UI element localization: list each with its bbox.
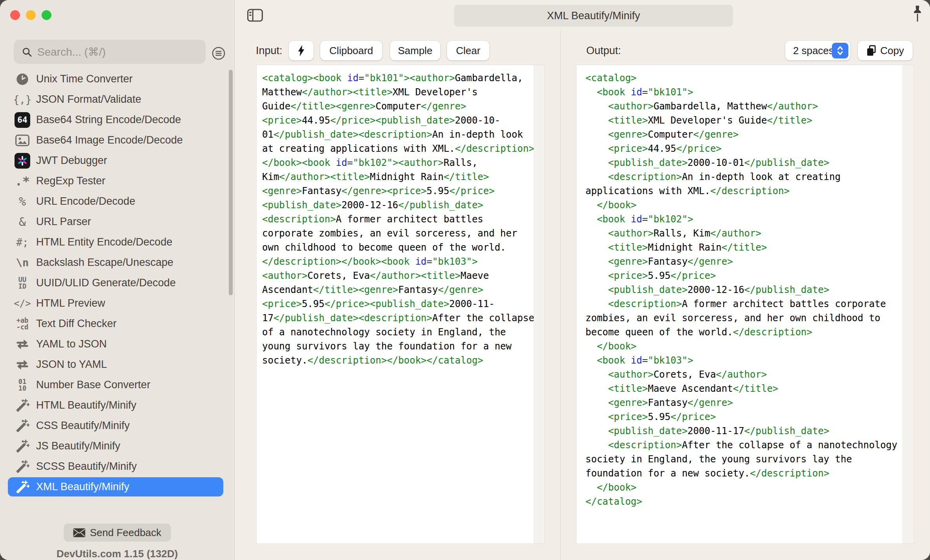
sidebar-item-jwt-debugger[interactable]: JWT Debugger (8, 151, 223, 170)
sidebar-item-label: SCSS Beautify/Minify (36, 460, 137, 473)
code-tag-icon: </> (14, 295, 31, 312)
window-title: XML Beautify/Minify (454, 5, 733, 27)
traffic-lights (10, 10, 51, 20)
code-line: <author>Corets, Eva</author> (585, 367, 903, 382)
wand-icon (14, 417, 31, 435)
sidebar-item-label: YAML to JSON (36, 338, 107, 350)
sidebar-item-html-beautify-minify[interactable]: HTML Beautify/Minify (8, 396, 223, 415)
sidebar-item-html-preview[interactable]: </>HTML Preview (8, 294, 223, 313)
sidebar-item-label: Base64 Image Encode/Decode (36, 134, 183, 146)
sidebar-item-text-diff-checker[interactable]: +ab -cdText Diff Checker (8, 314, 223, 333)
sidebar-item-xml-beautify-minify[interactable]: XML Beautify/Minify (8, 477, 223, 496)
code-line: society.</description></book></catalog> (262, 353, 534, 367)
code-line: of a nanotechnology society in England, … (262, 325, 534, 339)
sidebar-item-yaml-to-json[interactable]: YAML to JSON (8, 335, 223, 354)
sidebar-item-css-beautify-minify[interactable]: CSS Beautify/Minify (8, 416, 223, 435)
percent-icon: % (14, 193, 31, 210)
send-feedback-button[interactable]: Send Feedback (64, 524, 171, 542)
sidebar-item-backslash-escape-unescape[interactable]: \nBackslash Escape/Unescape (8, 253, 223, 272)
code-line: applications with XML.</description> (585, 184, 903, 198)
image-icon (14, 132, 31, 149)
sidebar-item-label: Backslash Escape/Unescape (36, 256, 173, 269)
sidebar-item-json-to-yaml[interactable]: JSON to YAML (8, 355, 223, 374)
sidebar-toggle-icon[interactable] (247, 9, 263, 22)
sidebar-item-unix-time-converter[interactable]: Unix Time Converter (8, 69, 223, 89)
sidebar-item-url-encode-decode[interactable]: %URL Encode/Decode (8, 192, 223, 211)
sidebar-item-json-format-validate[interactable]: {,}JSON Format/Validate (8, 90, 223, 109)
input-editor[interactable]: <catalog><book id="bk101"><author>Gambar… (256, 65, 545, 544)
sample-button[interactable]: Sample (390, 41, 440, 60)
clipboard-button[interactable]: Clipboard (320, 41, 382, 60)
sidebar-item-label: RegExp Tester (36, 175, 106, 187)
sidebar-item-base64-image-encode-decode[interactable]: Base64 Image Encode/Decode (8, 131, 223, 150)
sidebar-item-label: JSON Format/Validate (36, 93, 141, 105)
sidebar-item-number-base-converter[interactable]: 01 10Number Base Converter (8, 375, 223, 395)
html-entity-icon: #; (14, 234, 31, 251)
code-line: <description>A former architect battles … (585, 297, 903, 311)
sidebar-item-html-entity-encode-decode[interactable]: #;HTML Entity Encode/Decode (8, 233, 223, 252)
code-line: young survivors lay the foundation for a… (262, 339, 534, 353)
clock-icon (14, 71, 31, 88)
clear-button[interactable]: Clear (447, 41, 489, 60)
output-code[interactable]: <catalog> <book id="bk101"> <author>Gamb… (576, 65, 903, 544)
search-icon (22, 47, 32, 57)
clipboard-button-label: Clipboard (329, 45, 373, 57)
input-label: Input: (256, 41, 283, 60)
code-line: <genre>Fantasy</genre> (585, 255, 903, 269)
uuid-icon: UU ID (14, 275, 31, 292)
copy-icon (866, 45, 877, 56)
search-input[interactable] (36, 40, 203, 65)
wand-icon (14, 397, 31, 414)
sidebar-item-label: Number Base Converter (36, 379, 150, 391)
swap-arrows-icon (14, 336, 31, 353)
indent-select-value: 2 spaces (793, 45, 834, 57)
code-line: </book> (585, 198, 903, 212)
code-line: foundation for a new society.</descripti… (585, 466, 903, 480)
auto-detect-button[interactable] (289, 41, 314, 60)
output-editor[interactable]: <catalog> <book id="bk101"> <author>Gamb… (576, 65, 914, 544)
sidebar-item-url-parser[interactable]: &URL Parser (8, 212, 223, 231)
input-code[interactable]: <catalog><book id="bk101"><author>Gambar… (257, 65, 534, 544)
wand-icon (14, 458, 31, 475)
sidebar-item-base64-string-encode-decode[interactable]: 64Base64 String Encode/Decode (8, 110, 223, 129)
sidebar-item-scss-beautify-minify[interactable]: SCSS Beautify/Minify (8, 457, 223, 476)
swap-arrows-icon (14, 356, 31, 373)
output-editor-scroll-gutter[interactable] (903, 65, 914, 544)
pin-icon[interactable] (912, 5, 923, 25)
sidebar-item-label: HTML Beautify/Minify (36, 399, 137, 411)
code-line: <title>Maeve Ascendant</title> (585, 382, 903, 396)
code-line: <title>Midnight Rain</title> (585, 240, 903, 255)
code-line: Matthew</author><title>XML Developer's (262, 85, 534, 99)
code-line: <genre>Fantasy</genre> (585, 396, 903, 410)
code-line: <genre>Fantasy</genre><price>5.95</price… (262, 184, 534, 198)
code-line: <book id="bk101"> (585, 85, 903, 99)
minimize-window-button[interactable] (26, 10, 36, 20)
sidebar-item-label: JSON to YAML (36, 358, 107, 371)
filter-icon[interactable] (212, 46, 226, 60)
copy-button[interactable]: Copy (858, 41, 913, 60)
ampersand-icon: & (14, 213, 31, 231)
sidebar-item-regexp-tester[interactable]: .*RegExp Tester (8, 171, 223, 191)
sample-button-label: Sample (398, 45, 432, 57)
app-version: DevUtils.com 1.15 (132D) (0, 548, 234, 560)
sidebar-item-uuid-ulid-generate-decode[interactable]: UU IDUUID/ULID Generate/Decode (8, 273, 223, 293)
code-line: <price>5.95</price><publish_date>2000-11… (262, 297, 534, 311)
code-line: 01</publish_date><description>An in-dept… (262, 127, 534, 142)
sidebar-item-label: HTML Entity Encode/Decode (36, 236, 172, 248)
input-editor-scroll-gutter[interactable] (534, 65, 544, 544)
code-line: zombies, an evil sorceress, and her own … (585, 311, 903, 325)
sidebar-item-js-beautify-minify[interactable]: JS Beautify/Minify (8, 436, 223, 456)
code-line: <price>5.95</price> (585, 269, 903, 283)
close-window-button[interactable] (10, 10, 20, 20)
code-line: Kim</author><title>Midnight Rain</title> (262, 170, 534, 184)
indent-select[interactable]: 2 spaces (785, 41, 850, 60)
sidebar-item-label: JWT Debugger (36, 155, 107, 167)
code-line: 17</publish_date><description>After the … (262, 311, 534, 325)
zoom-window-button[interactable] (42, 10, 51, 20)
sidebar-item-label: UUID/ULID Generate/Decode (36, 277, 176, 289)
code-line: <publish_date>2000-12-16</publish_date> (262, 198, 534, 212)
sidebar-scrollbar-thumb[interactable] (229, 70, 233, 295)
sidebar-item-label: XML Beautify/Minify (36, 481, 129, 493)
clear-button-label: Clear (456, 45, 480, 57)
code-line: <price>5.95</price> (585, 410, 903, 424)
